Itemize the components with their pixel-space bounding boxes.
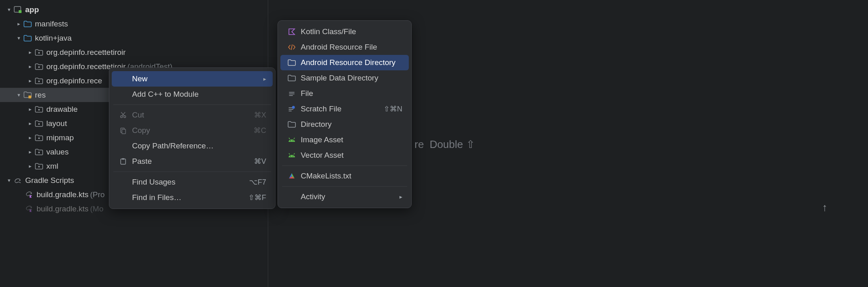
chevron-down-icon — [6, 177, 12, 184]
svg-rect-15 — [121, 159, 126, 164]
svg-point-17 — [292, 106, 295, 109]
menu-shortcut: ⇧⌘F — [248, 193, 266, 202]
gradle-kts-icon — [25, 205, 33, 213]
menu-item-find-in-files[interactable]: Find in Files… ⇧⌘F — [112, 190, 273, 205]
chevron-down-icon — [15, 35, 22, 41]
chevron-right-icon — [27, 149, 33, 155]
paste-icon — [118, 157, 128, 166]
cut-icon — [118, 110, 128, 120]
tree-label: kotlin+java — [35, 34, 72, 43]
tree-item-package[interactable]: org.depinfo.recettetiroir — [0, 45, 268, 59]
menu-item-file[interactable]: File — [280, 86, 409, 101]
chevron-right-icon — [27, 106, 33, 113]
hint-fragment: re — [414, 138, 424, 151]
menu-item-scratch[interactable]: Scratch File ⇧⌘N — [280, 101, 409, 117]
xml-icon — [287, 42, 297, 52]
menu-shortcut: ⇧⌘N — [384, 104, 402, 113]
arrow-up-icon: ↑ — [822, 201, 827, 214]
package-icon — [35, 148, 43, 156]
menu-item-add-cpp[interactable]: Add C++ to Module — [112, 87, 273, 102]
res-folder-icon — [24, 91, 32, 99]
package-icon — [35, 63, 43, 71]
menu-item-sample-dir[interactable]: Sample Data Directory — [280, 70, 409, 86]
menu-shortcut: ⌘X — [254, 111, 266, 120]
svg-rect-14 — [122, 129, 126, 134]
menu-item-kotlin-class[interactable]: Kotlin Class/File — [280, 24, 409, 39]
menu-label: Scratch File — [301, 104, 375, 113]
package-icon — [35, 77, 43, 85]
svg-point-7 — [38, 123, 40, 125]
android-icon — [287, 135, 297, 145]
menu-label: File — [301, 89, 402, 98]
chevron-right-icon — [27, 78, 33, 84]
menu-label: Image Asset — [301, 135, 402, 144]
menu-label: Activity — [301, 192, 391, 201]
chevron-right-icon — [27, 49, 33, 56]
menu-item-new[interactable]: New ▸ — [112, 71, 273, 87]
menu-item-copy[interactable]: Copy ⌘C — [112, 123, 273, 138]
menu-item-cut[interactable]: Cut ⌘X — [112, 107, 273, 123]
menu-separator — [282, 165, 407, 166]
hint-shortcut: Double ⇧ — [430, 138, 475, 151]
chevron-right-icon — [27, 163, 33, 170]
tree-label: values — [46, 148, 69, 157]
svg-point-8 — [38, 137, 40, 139]
svg-point-19 — [293, 140, 293, 141]
context-menu: New ▸ Add C++ to Module Cut ⌘X Copy ⌘C C… — [109, 67, 276, 209]
svg-point-2 — [38, 52, 40, 54]
svg-point-20 — [290, 156, 291, 157]
svg-point-9 — [38, 152, 40, 153]
svg-point-12 — [124, 116, 126, 118]
copy-icon — [118, 126, 128, 135]
blank-icon — [118, 89, 128, 99]
menu-label: Paste — [132, 157, 246, 166]
svg-rect-1 — [19, 10, 22, 13]
tree-label: mipmap — [46, 133, 74, 142]
chevron-right-icon — [27, 120, 33, 127]
svg-point-4 — [38, 80, 40, 82]
menu-separator — [113, 172, 271, 172]
menu-shortcut: ⌘V — [254, 157, 266, 166]
package-icon — [35, 134, 43, 142]
chevron-down-icon — [6, 7, 12, 13]
new-submenu: Kotlin Class/File Android Resource File … — [278, 20, 412, 208]
menu-item-paste[interactable]: Paste ⌘V — [112, 154, 273, 169]
menu-shortcut: ⌘C — [254, 126, 266, 135]
blank-icon — [118, 177, 128, 187]
folder-icon — [287, 73, 297, 83]
tree-item-kotlinjava[interactable]: kotlin+java — [0, 31, 268, 45]
menu-item-res-file[interactable]: Android Resource File — [280, 39, 409, 55]
search-everywhere-hint: re Double ⇧ — [414, 138, 475, 151]
folder-icon — [24, 34, 32, 42]
svg-point-3 — [38, 66, 40, 68]
menu-item-find-usages[interactable]: Find Usages ⌥F7 — [112, 174, 273, 190]
menu-separator — [282, 186, 407, 187]
gradle-icon — [14, 176, 22, 185]
menu-item-activity[interactable]: Activity ▸ — [280, 189, 409, 204]
menu-label: Add C++ to Module — [132, 90, 266, 99]
svg-rect-5 — [28, 96, 31, 98]
tree-item-manifests[interactable]: manifests — [0, 17, 268, 31]
menu-item-copy-path[interactable]: Copy Path/Reference… — [112, 138, 273, 154]
chevron-right-icon: ▸ — [399, 194, 402, 200]
chevron-right-icon — [27, 135, 33, 141]
folder-icon — [24, 20, 32, 28]
tree-label: drawable — [46, 105, 78, 114]
menu-item-res-dir[interactable]: Android Resource Directory — [280, 55, 409, 70]
tree-label: res — [35, 91, 46, 100]
menu-shortcut: ⌥F7 — [249, 178, 266, 187]
folder-icon — [287, 58, 297, 67]
tree-label: build.gradle.kts — [37, 190, 89, 199]
tree-label: build.gradle.kts — [37, 204, 89, 213]
tree-label: layout — [46, 119, 67, 128]
module-icon — [14, 6, 22, 14]
menu-item-cmake[interactable]: CMakeLists.txt — [280, 168, 409, 184]
tree-item-app[interactable]: app — [0, 2, 268, 17]
chevron-right-icon — [15, 21, 22, 27]
tree-suffix: (Pro — [90, 190, 105, 199]
menu-item-image-asset[interactable]: Image Asset — [280, 132, 409, 148]
menu-item-directory[interactable]: Directory — [280, 117, 409, 132]
menu-label: New — [132, 74, 255, 83]
blank-icon — [118, 141, 128, 151]
menu-item-vector-asset[interactable]: Vector Asset — [280, 148, 409, 163]
